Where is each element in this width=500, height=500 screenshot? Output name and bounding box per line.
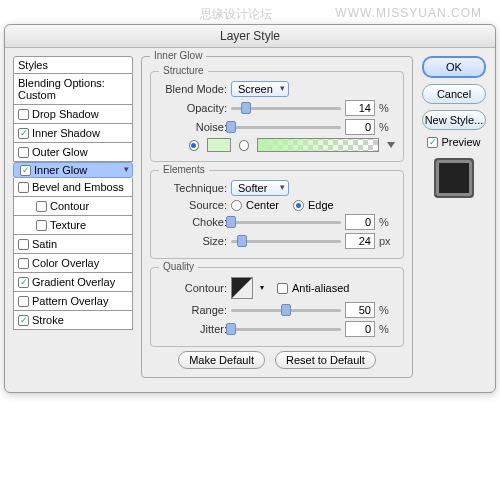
technique-label: Technique: (159, 182, 227, 194)
antialiased-checkbox[interactable] (277, 283, 288, 294)
effect-checkbox[interactable] (36, 220, 47, 231)
effect-checkbox[interactable] (18, 128, 29, 139)
effect-label: Satin (32, 238, 57, 250)
gradient-radio[interactable] (239, 140, 249, 151)
noise-input[interactable]: 0 (345, 119, 375, 135)
effect-label: Contour (50, 200, 89, 212)
technique-select[interactable]: Softer (231, 180, 289, 196)
opacity-input[interactable]: 14 (345, 100, 375, 116)
effect-checkbox[interactable] (20, 165, 31, 176)
structure-title: Structure (159, 65, 208, 76)
effect-label: Gradient Overlay (32, 276, 115, 288)
opacity-label: Opacity: (159, 102, 227, 114)
effect-label: Stroke (32, 314, 64, 326)
source-center-radio[interactable] (231, 200, 242, 211)
structure-group: Structure Blend Mode: Screen Opacity: 14… (150, 71, 404, 162)
size-input[interactable]: 24 (345, 233, 375, 249)
preview-label: Preview (441, 136, 480, 148)
watermark-url: WWW.MISSYUAN.COM (335, 6, 482, 20)
color-swatch[interactable] (207, 138, 232, 152)
gradient-dropdown-icon[interactable] (387, 142, 395, 148)
effect-label: Color Overlay (32, 257, 99, 269)
effect-label: Texture (50, 219, 86, 231)
effect-texture[interactable]: Texture (13, 216, 133, 235)
opacity-slider[interactable] (231, 107, 341, 110)
source-edge-radio[interactable] (293, 200, 304, 211)
effect-label: Outer Glow (32, 146, 88, 158)
choke-slider[interactable] (231, 221, 341, 224)
preview-checkbox[interactable] (427, 137, 438, 148)
effect-label: Bevel and Emboss (32, 181, 124, 193)
effect-label: Inner Shadow (32, 127, 100, 139)
jitter-slider[interactable] (231, 328, 341, 331)
size-unit: px (379, 235, 391, 247)
blend-mode-select[interactable]: Screen (231, 81, 289, 97)
quality-group: Quality Contour: Anti-aliased Range: 50 … (150, 267, 404, 347)
effect-outer-glow[interactable]: Outer Glow (13, 143, 133, 162)
range-label: Range: (159, 304, 227, 316)
contour-picker[interactable] (231, 277, 253, 299)
size-label: Size: (159, 235, 227, 247)
size-slider[interactable] (231, 240, 341, 243)
effect-checkbox[interactable] (18, 296, 29, 307)
effect-bevel-and-emboss[interactable]: Bevel and Emboss (13, 178, 133, 197)
inner-glow-panel: Inner Glow Structure Blend Mode: Screen … (141, 56, 413, 378)
choke-input[interactable]: 0 (345, 214, 375, 230)
gradient-picker[interactable] (257, 138, 379, 152)
source-label: Source: (159, 199, 227, 211)
effect-satin[interactable]: Satin (13, 235, 133, 254)
effect-checkbox[interactable] (36, 201, 47, 212)
jitter-input[interactable]: 0 (345, 321, 375, 337)
cancel-button[interactable]: Cancel (422, 84, 486, 104)
contour-label: Contour: (159, 282, 227, 294)
opacity-unit: % (379, 102, 389, 114)
effect-gradient-overlay[interactable]: Gradient Overlay (13, 273, 133, 292)
choke-unit: % (379, 216, 389, 228)
noise-slider[interactable] (231, 126, 341, 129)
range-slider[interactable] (231, 309, 341, 312)
effect-contour[interactable]: Contour (13, 197, 133, 216)
effect-pattern-overlay[interactable]: Pattern Overlay (13, 292, 133, 311)
effect-inner-glow[interactable]: Inner Glow (13, 162, 133, 178)
blending-options[interactable]: Blending Options: Custom (13, 74, 133, 105)
source-edge-label: Edge (308, 199, 334, 211)
choke-label: Choke: (159, 216, 227, 228)
noise-label: Noise: (159, 121, 227, 133)
effect-label: Inner Glow (34, 164, 87, 176)
effect-inner-shadow[interactable]: Inner Shadow (13, 124, 133, 143)
effect-label: Pattern Overlay (32, 295, 108, 307)
elements-group: Elements Technique: Softer Source: Cente… (150, 170, 404, 259)
ok-button[interactable]: OK (422, 56, 486, 78)
watermark-cn: 思缘设计论坛 (200, 6, 272, 23)
elements-title: Elements (159, 164, 209, 175)
noise-unit: % (379, 121, 389, 133)
right-column: OK Cancel New Style... Preview (421, 56, 487, 384)
panel-title: Inner Glow (150, 50, 206, 61)
effect-color-overlay[interactable]: Color Overlay (13, 254, 133, 273)
antialiased-label: Anti-aliased (292, 282, 349, 294)
layer-style-dialog: Layer Style Styles Blending Options: Cus… (4, 24, 496, 393)
effect-checkbox[interactable] (18, 277, 29, 288)
reset-default-button[interactable]: Reset to Default (275, 351, 376, 369)
make-default-button[interactable]: Make Default (178, 351, 265, 369)
range-unit: % (379, 304, 389, 316)
effect-checkbox[interactable] (18, 182, 29, 193)
source-center-label: Center (246, 199, 279, 211)
effect-checkbox[interactable] (18, 147, 29, 158)
effect-checkbox[interactable] (18, 239, 29, 250)
effect-stroke[interactable]: Stroke (13, 311, 133, 330)
quality-title: Quality (159, 261, 198, 272)
color-radio[interactable] (189, 140, 199, 151)
new-style-button[interactable]: New Style... (422, 110, 486, 130)
range-input[interactable]: 50 (345, 302, 375, 318)
effect-checkbox[interactable] (18, 315, 29, 326)
effect-drop-shadow[interactable]: Drop Shadow (13, 105, 133, 124)
jitter-label: Jitter: (159, 323, 227, 335)
window-title: Layer Style (5, 25, 495, 48)
effect-checkbox[interactable] (18, 109, 29, 120)
effect-checkbox[interactable] (18, 258, 29, 269)
blend-mode-label: Blend Mode: (159, 83, 227, 95)
preview-thumbnail (434, 158, 474, 198)
styles-header[interactable]: Styles (13, 56, 133, 74)
jitter-unit: % (379, 323, 389, 335)
